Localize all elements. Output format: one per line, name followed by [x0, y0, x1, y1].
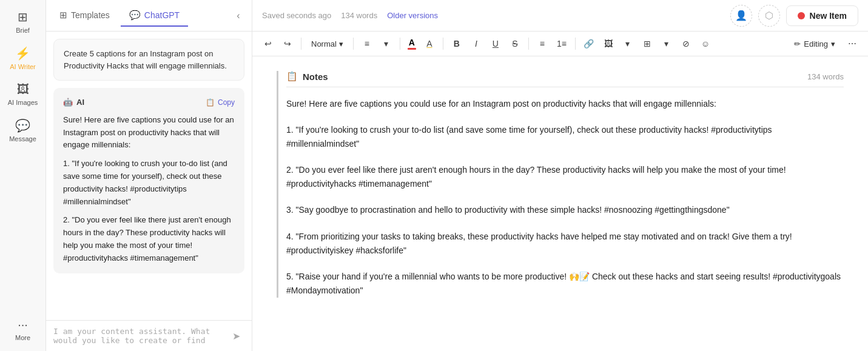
- redo-button[interactable]: ↪: [279, 35, 296, 52]
- editing-mode-button[interactable]: ✏ Editing ▾: [788, 37, 841, 51]
- message-caption-2: 2. "Do you ever feel like there just are…: [63, 214, 235, 264]
- notes-title: 📋 Notes: [286, 71, 328, 82]
- sender-label: AI: [76, 96, 84, 109]
- undo-button[interactable]: ↩: [260, 35, 277, 52]
- sidebar-item-label: Message: [9, 135, 36, 142]
- text-color-label: A: [409, 38, 415, 47]
- toolbar-separator-4: [443, 38, 443, 50]
- editor-caption-1: 1. "If you're looking to crush your to-d…: [286, 123, 844, 151]
- chat-input-area: ➤: [46, 320, 252, 351]
- sidebar-item-ai-images[interactable]: 🖼 AI Images: [2, 78, 44, 111]
- link-button[interactable]: 🔗: [580, 35, 597, 52]
- chatgpt-icon: 💬: [129, 10, 141, 21]
- add-collaborator-button[interactable]: 👤: [730, 5, 752, 27]
- toolbar-separator-5: [528, 38, 529, 50]
- table-button[interactable]: ⊞: [639, 35, 656, 52]
- word-count-label: 134 words: [341, 11, 377, 20]
- clear-format-button[interactable]: ⊘: [678, 35, 695, 52]
- ordered-list-button[interactable]: 1≡: [553, 35, 570, 52]
- prompt-text: Create 5 captions for an Instagram post …: [64, 49, 227, 70]
- tabs: ⊞ Templates 💬 ChatGPT ‹: [46, 0, 252, 32]
- table-chevron[interactable]: ▾: [658, 35, 675, 52]
- prompt-bubble: Create 5 captions for an Instagram post …: [53, 39, 244, 81]
- sidebar-item-brief[interactable]: ⊞ Brief: [2, 5, 44, 39]
- brief-icon: ⊞: [18, 10, 28, 24]
- message-header: 🤖 AI 📋 Copy: [63, 96, 235, 109]
- toolbar-separator-3: [400, 38, 400, 50]
- copy-label: Copy: [218, 97, 235, 109]
- left-border: [277, 71, 278, 298]
- templates-icon: ⊞: [59, 10, 67, 21]
- chevron-left-icon: ‹: [237, 10, 240, 21]
- toolbar-separator-6: [575, 38, 576, 50]
- older-versions-link[interactable]: Older versions: [387, 11, 438, 20]
- message-intro: Sure! Here are five captions you could u…: [63, 114, 235, 152]
- ai-message: 🤖 AI 📋 Copy Sure! Here are five captions…: [53, 88, 244, 273]
- chat-messages: 🤖 AI 📋 Copy Sure! Here are five captions…: [46, 88, 252, 320]
- sidebar-item-more[interactable]: ··· More: [2, 313, 44, 346]
- tab-templates[interactable]: ⊞ Templates: [51, 5, 118, 27]
- person-icon: 👤: [735, 10, 747, 21]
- sidebar-item-message[interactable]: 💬 Message: [2, 113, 44, 147]
- chat-input[interactable]: [53, 327, 223, 345]
- more-icon: ···: [18, 318, 28, 332]
- editor-topbar: Saved seconds ago 134 words Older versio…: [252, 0, 868, 32]
- underline-button[interactable]: U: [487, 35, 504, 52]
- text-color-button[interactable]: A: [405, 36, 419, 51]
- bold-button[interactable]: B: [448, 35, 465, 52]
- share-icon: ⬡: [765, 10, 773, 21]
- chat-panel: ⊞ Templates 💬 ChatGPT ‹ Create 5 caption…: [46, 0, 252, 351]
- sidebar-item-label: More: [15, 334, 30, 341]
- notes-label: Notes: [303, 72, 328, 82]
- notes-header: 📋 Notes 134 words: [286, 71, 844, 87]
- sidebar-item-ai-writer[interactable]: ⚡ AI Writer: [2, 41, 44, 75]
- style-label: Normal: [311, 39, 337, 48]
- toolbar: ↩ ↪ Normal ▾ ≡ ▾ A A B I U S ≡ 1≡ 🔗 🖼 ▾ …: [252, 32, 868, 56]
- message-icon: 💬: [15, 118, 30, 133]
- editing-chevron: ▾: [831, 39, 835, 48]
- editing-label: Editing: [804, 39, 828, 48]
- send-button[interactable]: ➤: [227, 327, 244, 344]
- message-sender: 🤖 AI: [63, 96, 84, 109]
- tab-chatgpt-label: ChatGPT: [144, 10, 180, 20]
- editor-caption-4: 4. "From prioritizing your tasks to taki…: [286, 230, 844, 258]
- notes-icon: 📋: [286, 71, 298, 82]
- align-button[interactable]: ≡: [358, 35, 375, 52]
- new-item-label: New Item: [810, 11, 847, 21]
- copy-icon: 📋: [206, 97, 215, 109]
- style-dropdown[interactable]: Normal ▾: [306, 37, 348, 51]
- sidebar-item-label: AI Images: [8, 99, 38, 106]
- bullet-list-button[interactable]: ≡: [534, 35, 551, 52]
- highlight-button[interactable]: A: [421, 35, 438, 52]
- copy-button[interactable]: 📋 Copy: [206, 97, 235, 109]
- image-button[interactable]: 🖼: [600, 35, 617, 52]
- strikethrough-button[interactable]: S: [506, 35, 523, 52]
- editor-caption-2: 2. "Do you ever feel like there just are…: [286, 163, 844, 191]
- editor-word-count: 134 words: [807, 72, 844, 81]
- chevron-down-icon: ▾: [339, 39, 343, 48]
- toolbar-separator-1: [301, 38, 301, 50]
- pen-icon: ✏: [794, 39, 801, 48]
- sidebar-item-label: AI Writer: [10, 63, 36, 70]
- topbar-right: 👤 ⬡ New Item: [730, 5, 858, 27]
- sidebar-item-label: Brief: [16, 27, 30, 34]
- italic-button[interactable]: I: [468, 35, 485, 52]
- topbar-left: Saved seconds ago 134 words Older versio…: [262, 11, 438, 20]
- color-underline: [408, 48, 416, 50]
- new-item-button[interactable]: New Item: [786, 5, 858, 26]
- align-chevron[interactable]: ▾: [378, 35, 395, 52]
- message-caption-1: 1. "If you're looking to crush your to-d…: [63, 158, 235, 208]
- ai-writer-icon: ⚡: [15, 46, 30, 61]
- editor-content: 📋 Notes 134 words Sure! Here are five ca…: [252, 56, 868, 351]
- ai-icon: 🤖: [63, 96, 73, 109]
- emoji-button[interactable]: ☺: [697, 35, 714, 52]
- send-icon: ➤: [232, 330, 240, 342]
- share-button[interactable]: ⬡: [758, 5, 780, 27]
- collapse-panel-button[interactable]: ‹: [230, 7, 247, 24]
- tab-chatgpt[interactable]: 💬 ChatGPT: [121, 5, 188, 27]
- tab-templates-label: Templates: [71, 10, 110, 20]
- toolbar-separator-2: [353, 38, 354, 50]
- editor-area: Saved seconds ago 134 words Older versio…: [252, 0, 868, 351]
- image-chevron[interactable]: ▾: [619, 35, 636, 52]
- more-options-button[interactable]: ⋯: [844, 35, 861, 52]
